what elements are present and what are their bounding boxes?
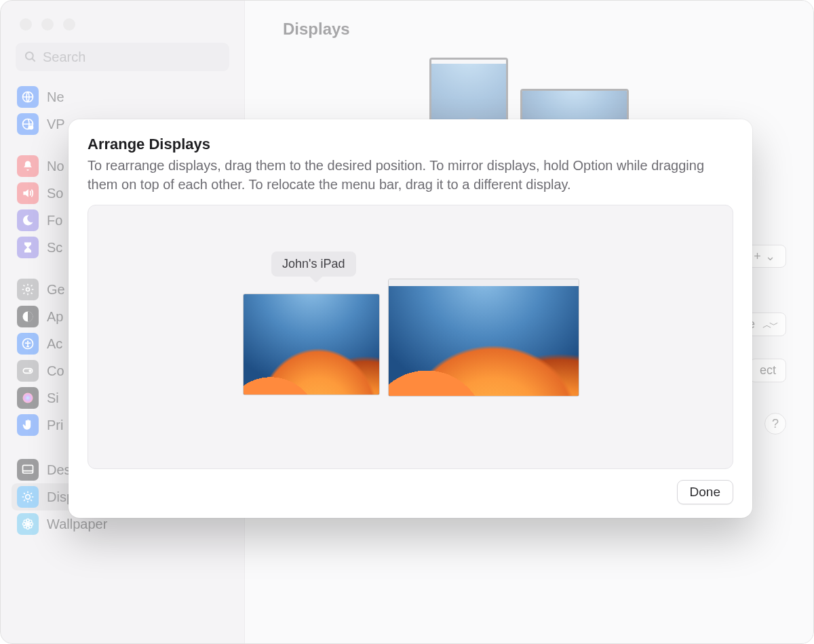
arrange-display-ipad[interactable] — [243, 294, 380, 395]
sheet-title: Arrange Displays — [88, 136, 733, 153]
arrange-displays-sheet: Arrange Displays To rearrange displays, … — [69, 119, 752, 518]
tooltip-label: John's iPad — [282, 257, 345, 270]
sheet-description: To rearrange displays, drag them to the … — [88, 156, 733, 194]
arrange-display-main[interactable] — [388, 279, 579, 397]
display-tooltip: John's iPad — [271, 251, 356, 277]
arrange-arena[interactable]: John's iPad — [88, 205, 733, 469]
settings-window: Search NeVP NoSoFoSc GeApAcCoSiPri Deskt… — [0, 0, 814, 644]
done-button[interactable]: Done — [677, 480, 733, 504]
arrange-menubar[interactable] — [389, 279, 579, 286]
